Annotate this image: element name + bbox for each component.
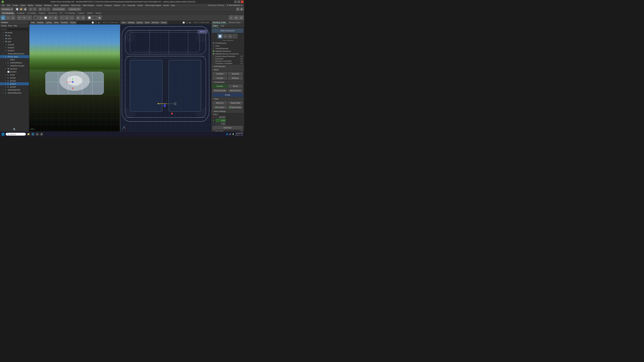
render-icon[interactable]: ▶ (240, 7, 244, 11)
scale-tool-icon[interactable]: ⤢ (27, 15, 32, 20)
vp-view-btn[interactable]: View (30, 21, 36, 24)
smooth-icon[interactable]: ○ (60, 15, 64, 20)
tab-rigging[interactable]: Rigging (38, 11, 46, 15)
step-snap-checkbox[interactable] (213, 130, 214, 131)
move-tool-icon[interactable]: ✛ (17, 15, 22, 20)
menu-deform[interactable]: Deform (113, 4, 121, 7)
menu-mesh-display[interactable]: Mesh Display (82, 4, 95, 7)
lasso-select-icon[interactable]: ⬡ (6, 15, 10, 20)
vp-display-1-icon[interactable]: ⬜ (92, 22, 94, 23)
tweak-marquee-radio[interactable] (213, 48, 214, 49)
highlight-recent-checkbox[interactable]: ✓ (213, 53, 214, 55)
symmetry-checkbox[interactable] (213, 58, 214, 59)
outliner-item-group[interactable]: ▸ ⊞ group (0, 73, 29, 76)
quadrangulate-icon[interactable]: □ (70, 15, 74, 20)
camera-based-checkbox[interactable] (213, 55, 214, 57)
cube-icon[interactable]: ⬜ (218, 34, 222, 38)
tab-fx-caching[interactable]: FX Caching (64, 11, 76, 15)
plane-icon[interactable]: ▭ (223, 34, 228, 38)
mode-selector[interactable]: Modeling (1, 7, 13, 11)
taskbar-browser[interactable]: 🌐 (31, 133, 34, 136)
vp-right-display-1-icon[interactable]: ⬜ (182, 22, 185, 23)
extrude-btn[interactable]: Extrude (212, 84, 227, 88)
paint-select-icon[interactable]: 🖌 (11, 15, 16, 20)
vp-right-panels-btn[interactable]: Panels (160, 21, 167, 24)
outliner-item-pcube1[interactable]: ⬜ pCube1 (0, 70, 29, 73)
channel-box-icon[interactable]: ≡ (229, 15, 234, 20)
menu-create[interactable]: Create (12, 4, 19, 7)
taskbar-file-explorer[interactable]: 📁 (27, 133, 30, 136)
outliner-item-locator3[interactable]: ✛ locator3 (0, 46, 29, 49)
vp-right-view-btn[interactable]: View (121, 21, 126, 24)
bridge-tool-icon[interactable]: ⬜ (43, 15, 48, 20)
target-weld-icon[interactable]: ⊕ (53, 15, 58, 20)
combine-btn[interactable]: Combine (212, 72, 227, 76)
menu-help[interactable]: Help (170, 4, 176, 7)
redo-icon[interactable]: ↪ (33, 7, 36, 11)
taskbar-maya-icon[interactable]: M (36, 133, 39, 136)
search-label[interactable]: Search (10, 133, 16, 135)
menu-arnold[interactable]: Arnold (162, 4, 170, 7)
outliner-item-defaultobjectset[interactable]: ▸ ⊛ defaultObjectSet (0, 91, 29, 94)
drag-radio[interactable] (213, 45, 214, 46)
menu-select[interactable]: Select (20, 4, 27, 7)
viewport-right-canvas[interactable]: BACK (120, 24, 211, 131)
smooth-btn[interactable]: Smooth (212, 76, 227, 80)
vp-right-lighting-btn[interactable]: Lighting (136, 21, 144, 24)
vp-renderer-btn[interactable]: Renderer (60, 21, 69, 24)
vp-right-shading-btn[interactable]: Shading (127, 21, 135, 24)
outliner-search-input[interactable] (1, 28, 28, 30)
menu-flow-graph[interactable]: Flow Graph Engine (144, 4, 162, 7)
outliner-item-group2[interactable]: ▸ ⊞ group2 (0, 79, 29, 82)
texture-icon[interactable]: ▦ (97, 15, 102, 20)
outliner-item-top[interactable]: ▸ 📷 top (0, 34, 29, 37)
toolkit-object-tab[interactable]: Object (212, 24, 219, 27)
toolkit-tab-modeling[interactable]: Modeling Toolkit (212, 21, 227, 24)
outliner-item-materialstack[interactable]: ▸ ◈ materialStack1 (0, 61, 29, 64)
live-surface-icon[interactable]: No Live Surface (52, 7, 66, 11)
selection-constraint-checkbox[interactable] (213, 60, 214, 62)
multi-cut-icon[interactable]: ✂ (48, 15, 53, 20)
maximize-button[interactable]: □ (238, 0, 240, 3)
components-section-header[interactable]: ▾ Components (212, 81, 244, 84)
menu-cache[interactable]: Cache (136, 4, 144, 7)
vp-lighting-btn[interactable]: Lighting (45, 21, 53, 24)
append-polygon-icon[interactable]: ⊞ (76, 15, 80, 20)
vp-shading-btn[interactable]: Shading (36, 21, 44, 24)
transform-constraint-checkbox[interactable] (213, 62, 214, 64)
menu-display[interactable]: Display (35, 4, 43, 7)
menu-curves[interactable]: Curves (96, 4, 103, 7)
undo-icon[interactable]: ↩ (29, 7, 32, 11)
bevel-icon[interactable]: ◿ (38, 15, 43, 20)
tab-fx[interactable]: FX (58, 11, 64, 15)
outliner-item-group3[interactable]: ▸ ⊞ group3 (0, 82, 29, 85)
outliner-display-btn[interactable]: Display (1, 25, 7, 27)
tools-section-header[interactable]: ▾ Tools (212, 97, 244, 100)
move-settings-header[interactable]: ▾ Move Settings (212, 110, 244, 113)
bridge-btn[interactable]: Bridge (212, 93, 243, 97)
outliner-item-locator4[interactable]: ✛ locator4 (0, 49, 29, 52)
fill-hole-icon[interactable]: ⊟ (81, 15, 86, 20)
windows-start-button[interactable] (1, 133, 5, 136)
viewport-left[interactable]: View Shading Lighting Show Renderer Pane… (29, 21, 120, 131)
vp-display-3-icon[interactable]: ▦ (98, 22, 100, 23)
vp-right-show-btn[interactable]: Show (144, 21, 150, 24)
highlight-backfaces-checkbox[interactable]: ✓ (213, 50, 214, 52)
viewport-right[interactable]: View Shading Lighting Show Renderer Pane… (120, 21, 211, 131)
taskbar-steam[interactable]: ♟ (40, 133, 43, 136)
menu-edit[interactable]: Edit (6, 4, 11, 7)
outliner-item-aisky[interactable]: ☀ aiSkyDomeLight1 (0, 64, 29, 67)
viewport-left-canvas[interactable]: front (29, 24, 120, 131)
snap-curve-icon[interactable]: ⌒ (42, 7, 46, 11)
back-button[interactable]: BACK (198, 30, 207, 33)
y-value-input[interactable]: 0.00 (216, 119, 226, 122)
outliner-help-btn[interactable]: Help (13, 25, 18, 27)
x-value-input[interactable]: -415.90 (216, 116, 226, 119)
pick-marquee-radio[interactable] (213, 42, 214, 44)
menu-modify[interactable]: Modify (27, 4, 34, 7)
add-divisions-btn[interactable]: Add Divisions (228, 89, 243, 92)
toolkit-tab-attribute[interactable]: Attribute Editor (228, 21, 242, 24)
smart-extrude-btn[interactable]: Smart Extrude (212, 89, 227, 92)
boolean-btn[interactable]: Boolean (228, 76, 243, 80)
triangulate-icon[interactable]: △ (64, 15, 69, 20)
